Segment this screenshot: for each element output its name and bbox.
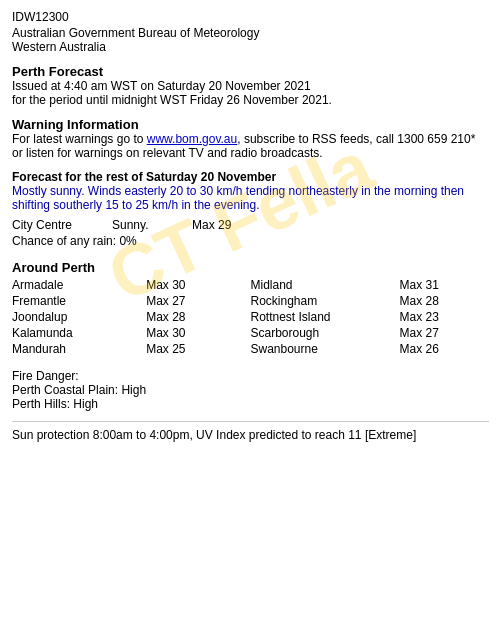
state-name: Western Australia bbox=[12, 40, 489, 54]
fire-danger-hills: Perth Hills: High bbox=[12, 397, 489, 411]
place-max-right: Max 23 bbox=[400, 309, 489, 325]
city-centre-section: City Centre Sunny. Max 29 Chance of any … bbox=[12, 218, 489, 248]
place-max-left: Max 27 bbox=[146, 293, 250, 309]
place-max-right: Max 31 bbox=[400, 277, 489, 293]
warning-text: For latest warnings go to www.bom.gov.au… bbox=[12, 132, 489, 160]
place-name-right: Scarborough bbox=[251, 325, 400, 341]
place-name-right: Midland bbox=[251, 277, 400, 293]
around-perth-section: Around Perth Armadale Max 30 Midland Max… bbox=[12, 260, 489, 357]
place-name-left: Kalamunda bbox=[12, 325, 146, 341]
place-name-left: Joondalup bbox=[12, 309, 146, 325]
around-perth-table: Armadale Max 30 Midland Max 31 Fremantle… bbox=[12, 277, 489, 357]
city-centre-row: City Centre Sunny. Max 29 bbox=[12, 218, 489, 232]
place-name-left: Armadale bbox=[12, 277, 146, 293]
place-max-left: Max 25 bbox=[146, 341, 250, 357]
forecast-rest-header: Forecast for the rest of Saturday 20 Nov… bbox=[12, 170, 489, 184]
place-name-right: Rottnest Island bbox=[251, 309, 400, 325]
warning-text-before: For latest warnings go to bbox=[12, 132, 147, 146]
place-name-right: Swanbourne bbox=[251, 341, 400, 357]
chance-of-rain: Chance of any rain: 0% bbox=[12, 234, 489, 248]
forecast-narrative-section: Forecast for the rest of Saturday 20 Nov… bbox=[12, 170, 489, 212]
agency-name: Australian Government Bureau of Meteorol… bbox=[12, 26, 489, 40]
place-max-left: Max 30 bbox=[146, 277, 250, 293]
forecast-issued: Issued at 4:40 am WST on Saturday 20 Nov… bbox=[12, 79, 489, 93]
perth-forecast-title: Perth Forecast bbox=[12, 64, 489, 79]
around-perth-row: Armadale Max 30 Midland Max 31 bbox=[12, 277, 489, 293]
place-max-right: Max 28 bbox=[400, 293, 489, 309]
place-max-right: Max 27 bbox=[400, 325, 489, 341]
around-perth-title: Around Perth bbox=[12, 260, 489, 275]
bom-link[interactable]: www.bom.gov.au bbox=[147, 132, 238, 146]
around-perth-row: Joondalup Max 28 Rottnest Island Max 23 bbox=[12, 309, 489, 325]
fire-danger-plains: Perth Coastal Plain: High bbox=[12, 383, 489, 397]
city-centre-name: City Centre bbox=[12, 218, 112, 232]
place-name-left: Fremantle bbox=[12, 293, 146, 309]
place-name-left: Mandurah bbox=[12, 341, 146, 357]
forecast-period: for the period until midnight WST Friday… bbox=[12, 93, 489, 107]
warning-title: Warning Information bbox=[12, 117, 489, 132]
fire-danger-title: Fire Danger: bbox=[12, 369, 489, 383]
around-perth-row: Kalamunda Max 30 Scarborough Max 27 bbox=[12, 325, 489, 341]
fire-danger-section: Fire Danger: Perth Coastal Plain: High P… bbox=[12, 369, 489, 411]
warning-section: Warning Information For latest warnings … bbox=[12, 117, 489, 160]
city-centre-max: Max 29 bbox=[192, 218, 231, 232]
sun-protection: Sun protection 8:00am to 4:00pm, UV Inde… bbox=[12, 421, 489, 442]
perth-forecast-section: Perth Forecast Issued at 4:40 am WST on … bbox=[12, 64, 489, 107]
around-perth-row: Fremantle Max 27 Rockingham Max 28 bbox=[12, 293, 489, 309]
sun-protection-text: Sun protection 8:00am to 4:00pm, UV Inde… bbox=[12, 428, 416, 442]
place-max-right: Max 26 bbox=[400, 341, 489, 357]
city-centre-condition: Sunny. bbox=[112, 218, 192, 232]
place-max-left: Max 30 bbox=[146, 325, 250, 341]
forecast-narrative: Mostly sunny. Winds easterly 20 to 30 km… bbox=[12, 184, 489, 212]
place-max-left: Max 28 bbox=[146, 309, 250, 325]
place-name-right: Rockingham bbox=[251, 293, 400, 309]
doc-id: IDW12300 bbox=[12, 10, 489, 24]
around-perth-row: Mandurah Max 25 Swanbourne Max 26 bbox=[12, 341, 489, 357]
